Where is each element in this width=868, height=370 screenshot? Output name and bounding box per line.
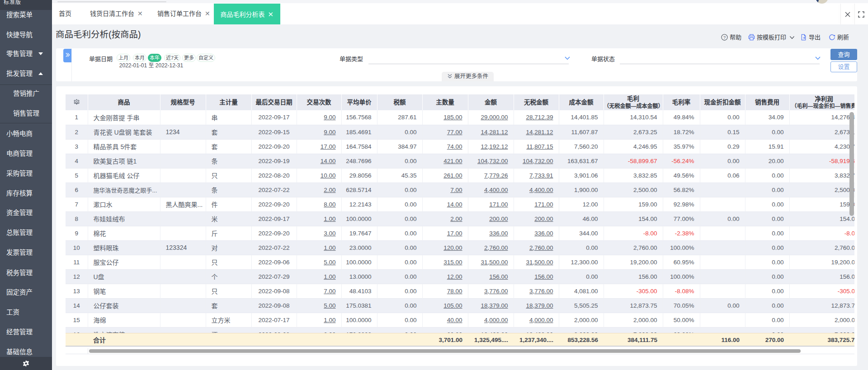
- svg-text:?: ?: [723, 35, 726, 40]
